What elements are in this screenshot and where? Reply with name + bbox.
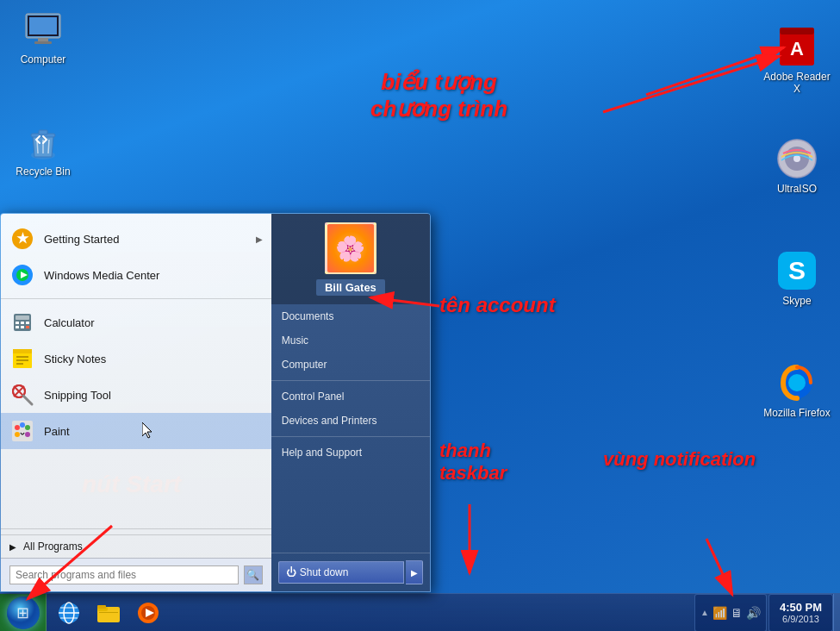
shutdown-arrow-button[interactable]: ▶ [406, 560, 423, 584]
svg-line-41 [23, 396, 32, 404]
start-separator-1 [1, 298, 271, 299]
skype-icon-image: S [776, 250, 818, 291]
right-menu-computer[interactable]: Computer [271, 353, 430, 377]
show-desktop-button[interactable] [833, 594, 840, 632]
taskbar-app-wmp[interactable] [129, 597, 167, 628]
firefox-icon-image [776, 362, 818, 403]
adobe-icon-label: Adobe Reader X [762, 71, 831, 96]
clock-area[interactable]: 4:50 PM 6/9/2013 [768, 594, 833, 632]
all-programs-arrow: ▶ [9, 542, 16, 552]
shutdown-button[interactable]: ⏻ Shut down [278, 561, 404, 584]
start-item-paint[interactable]: Paint [1, 413, 271, 449]
desktop-icon-recycle-bin[interactable]: Recycle Bin [9, 121, 78, 178]
adobe-icon-image: A [776, 26, 818, 67]
getting-started-label: Getting Started [44, 233, 119, 246]
start-menu: ★ Getting Started ▶ Windo [0, 213, 431, 592]
desktop: Computer Recycle Bin A Adobe [0, 0, 840, 631]
svg-text:★: ★ [16, 231, 29, 246]
taskbar-app-ie[interactable] [50, 597, 88, 628]
start-item-snipping-tool[interactable]: Snipping Tool [1, 377, 271, 413]
notif-icon-network[interactable]: 📶 [712, 606, 727, 620]
computer-icon-image [22, 9, 64, 50]
start-item-getting-started[interactable]: ★ Getting Started ▶ [1, 221, 271, 257]
right-menu-help-support[interactable]: Help and Support [271, 440, 430, 465]
desktop-icon-adobe-reader[interactable]: A Adobe Reader X [762, 26, 831, 96]
ultraiso-icon-label: UltraISO [777, 183, 817, 195]
notification-area: ▲ 📶 🖥 🔊 [694, 594, 767, 632]
start-item-sticky-notes[interactable]: Sticky Notes [1, 340, 271, 377]
start-menu-right-panel: 🌸 Bill Gates Documents Music Computer Co… [271, 214, 430, 591]
right-menu-control-panel[interactable]: Control Panel [271, 384, 430, 409]
notif-expand-button[interactable]: ▲ [700, 608, 709, 617]
search-input[interactable] [9, 565, 239, 584]
user-section: 🌸 Bill Gates [271, 214, 430, 304]
svg-rect-56 [97, 605, 106, 609]
right-menu-documents[interactable]: Documents [271, 304, 430, 328]
user-avatar: 🌸 [325, 222, 376, 274]
calculator-icon [9, 309, 35, 335]
computer-icon-label: Computer [21, 53, 66, 66]
svg-text:S: S [788, 256, 806, 284]
svg-rect-55 [99, 612, 118, 613]
svg-rect-4 [34, 41, 52, 44]
svg-text:A: A [790, 38, 804, 59]
right-menu-devices-printers[interactable]: Devices and Printers [271, 409, 430, 433]
start-menu-items: ★ Getting Started ▶ Windo [1, 214, 271, 523]
svg-rect-7 [39, 130, 47, 134]
ultraiso-icon-image [776, 138, 818, 179]
taskbar-app-explorer[interactable] [90, 597, 128, 628]
start-item-windows-media-center[interactable]: Windows Media Center [1, 257, 271, 293]
recycle-bin-icon-image [22, 121, 64, 162]
desktop-icon-ultraiso[interactable]: UltraISO [762, 138, 831, 195]
all-programs-item[interactable]: ▶ All Programs [1, 534, 271, 558]
wmc-icon [9, 262, 35, 288]
calculator-label: Calculator [44, 316, 95, 329]
clock-date: 6/9/2013 [782, 614, 819, 624]
right-menu-music[interactable]: Music [271, 328, 430, 353]
right-separator-2 [271, 436, 430, 437]
svg-rect-25 [16, 316, 29, 320]
start-orb [7, 597, 40, 629]
svg-rect-10 [780, 28, 814, 34]
desktop-icon-computer[interactable]: Computer [9, 9, 78, 66]
svg-rect-29 [16, 326, 19, 328]
svg-point-44 [20, 422, 25, 428]
paint-label: Paint [44, 425, 70, 438]
svg-point-13 [793, 155, 800, 162]
notif-icon-display[interactable]: 🖥 [731, 606, 743, 620]
start-button[interactable] [0, 594, 47, 632]
wmc-label: Windows Media Center [44, 269, 159, 282]
taskbar: ▲ 📶 🖥 🔊 4:50 PM 6/9/2013 [0, 593, 840, 631]
sticky-notes-icon [9, 346, 35, 372]
svg-rect-33 [13, 349, 32, 353]
snipping-tool-label: Snipping Tool [44, 389, 111, 402]
annotation-ten-account: tên account [439, 293, 556, 318]
user-name-button[interactable]: Bill Gates [316, 279, 385, 296]
svg-line-62 [603, 56, 780, 112]
right-separator-1 [271, 380, 430, 381]
firefox-icon-label: Mozilla Firefox [763, 407, 830, 419]
taskbar-right: ▲ 📶 🖥 🔊 4:50 PM 6/9/2013 [694, 594, 840, 632]
svg-rect-2 [29, 17, 57, 34]
desktop-icon-firefox[interactable]: Mozilla Firefox [762, 362, 831, 419]
svg-line-65 [706, 539, 732, 595]
svg-point-45 [25, 425, 30, 430]
search-button[interactable]: 🔍 [244, 565, 263, 584]
paint-icon [9, 418, 35, 444]
start-item-calculator[interactable]: Calculator [1, 304, 271, 340]
snipping-tool-icon [9, 382, 35, 408]
getting-started-arrow: ▶ [256, 234, 263, 244]
svg-point-43 [15, 425, 20, 430]
getting-started-icon: ★ [9, 226, 35, 252]
svg-point-47 [25, 432, 30, 437]
svg-point-46 [15, 432, 20, 437]
taskbar-apps [47, 597, 694, 628]
start-menu-left-panel: ★ Getting Started ▶ Windo [1, 214, 271, 591]
notif-icon-sound[interactable]: 🔊 [746, 606, 761, 620]
sticky-notes-label: Sticky Notes [44, 353, 106, 365]
svg-rect-30 [21, 326, 24, 328]
all-programs-label: All Programs [23, 540, 83, 553]
svg-rect-27 [21, 322, 24, 324]
desktop-icon-skype[interactable]: S Skype [762, 250, 831, 307]
svg-point-18 [788, 374, 806, 391]
